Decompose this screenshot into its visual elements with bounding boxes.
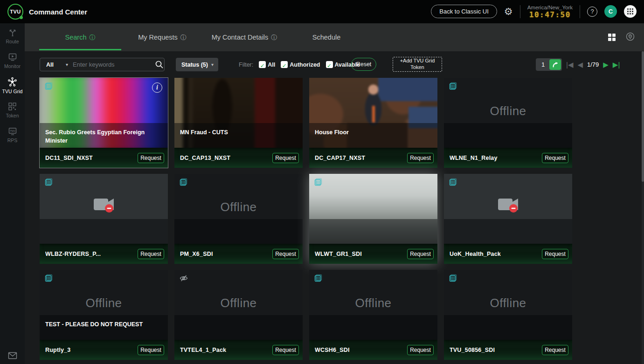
offline-label: Offline bbox=[444, 104, 572, 118]
scrollbar[interactable] bbox=[642, 51, 644, 364]
source-card[interactable]: UoK_Health_Pack Request bbox=[444, 174, 572, 264]
info-icon[interactable]: ⓘ bbox=[89, 34, 95, 41]
search-box: All ▾ bbox=[40, 58, 165, 71]
add-tvu-grid-token-button[interactable]: +Add TVU Grid Token bbox=[393, 57, 442, 72]
page-input-box[interactable]: 1 bbox=[536, 58, 562, 71]
checkbox-checked-icon[interactable] bbox=[281, 61, 288, 68]
caption-band bbox=[444, 219, 572, 244]
info-icon[interactable] bbox=[152, 82, 162, 93]
source-card[interactable]: Offline bbox=[174, 270, 303, 360]
card-footer: Ruptly_3 Request bbox=[40, 340, 168, 360]
request-button[interactable]: Request bbox=[272, 345, 299, 355]
mail-icon[interactable] bbox=[0, 352, 25, 359]
request-button[interactable]: Request bbox=[138, 249, 164, 259]
sidebar-item-tvu-grid[interactable]: TVU Grid bbox=[0, 73, 25, 98]
caption-band bbox=[309, 219, 437, 244]
chevron-down-icon: ▾ bbox=[211, 62, 214, 67]
gear-icon[interactable]: ⚙ bbox=[504, 7, 513, 16]
sidebar-item-token[interactable]: Token bbox=[0, 98, 25, 122]
sidebar-item-route[interactable]: Route bbox=[0, 23, 25, 48]
card-title: DC_CAP13_NXST bbox=[180, 155, 272, 161]
card-caption: House Floor bbox=[315, 129, 349, 136]
keywords-input[interactable] bbox=[73, 61, 155, 68]
source-card[interactable]: Offline bbox=[444, 78, 572, 168]
help-icon[interactable]: ? bbox=[587, 7, 597, 17]
caption-band: TEST - PLEASE DO NOT REQUEST bbox=[40, 315, 168, 340]
sidebar-item-monitor[interactable]: Monitor bbox=[0, 48, 25, 73]
tab-my-contact-details[interactable]: My Contact Detailsⓘ bbox=[203, 23, 285, 51]
next-page-icon[interactable]: ▶ bbox=[603, 61, 609, 68]
card-thumbnail: Offline bbox=[174, 270, 303, 340]
request-button[interactable]: Request bbox=[407, 153, 434, 163]
source-card[interactable]: Sec. Rubio Greets Egyptian Foreign Minis… bbox=[40, 78, 168, 168]
card-footer: DC11_SDI_NXST Request bbox=[40, 148, 168, 168]
caption-band bbox=[444, 123, 572, 148]
chevron-down-icon: ▾ bbox=[66, 62, 68, 67]
source-card[interactable]: Offline bbox=[309, 270, 437, 360]
grid-view-icon[interactable] bbox=[608, 34, 616, 41]
request-button[interactable]: Request bbox=[407, 249, 434, 259]
card-title: TVU_50856_SDI bbox=[450, 347, 542, 353]
user-avatar[interactable]: C bbox=[604, 5, 617, 18]
card-title: WLBZ-RYDERS_P... bbox=[45, 251, 138, 257]
timezone-clock: America/New_York 10:47:50 bbox=[527, 5, 573, 19]
card-thumbnail: MN Fraud - CUTS bbox=[174, 78, 303, 148]
timezone-label: America/New_York bbox=[527, 5, 573, 11]
source-card[interactable]: House Floor bbox=[309, 78, 437, 168]
info-icon[interactable]: ⓘ bbox=[271, 34, 277, 41]
tab-schedule[interactable]: Schedule bbox=[285, 23, 367, 51]
request-button[interactable]: Request bbox=[542, 153, 568, 163]
card-title: WCSH6_SDI bbox=[315, 347, 407, 353]
map-view-icon[interactable] bbox=[626, 32, 635, 43]
request-button[interactable]: Request bbox=[542, 249, 568, 259]
info-icon[interactable]: ⓘ bbox=[180, 34, 187, 41]
status-dropdown[interactable]: Status (5) ▾ bbox=[176, 58, 218, 71]
grid-source-icon bbox=[44, 82, 53, 92]
search-icon[interactable] bbox=[155, 60, 164, 69]
card-thumbnail: Sec. Rubio Greets Egyptian Foreign Minis… bbox=[40, 78, 168, 148]
checkbox-all[interactable]: All bbox=[259, 61, 275, 68]
source-card[interactable]: Offline bbox=[174, 174, 303, 264]
checkbox-checked-icon[interactable] bbox=[259, 61, 266, 68]
source-card[interactable]: MN Fraud - CUTS bbox=[174, 78, 303, 168]
caption-band bbox=[444, 315, 572, 340]
card-footer: WCSH6_SDI Request bbox=[309, 340, 437, 360]
svg-text:TVU: TVU bbox=[10, 130, 15, 132]
source-card[interactable]: WLWT_GR1_SDI Request bbox=[309, 174, 437, 264]
card-title: DC11_SDI_NXST bbox=[45, 155, 138, 161]
scrollbar-thumb[interactable] bbox=[642, 51, 644, 182]
category-dropdown[interactable]: All ▾ bbox=[40, 62, 73, 68]
page-number-input[interactable]: 1 bbox=[537, 61, 549, 68]
card-footer: TVTEL4_1_Pack Request bbox=[174, 340, 303, 360]
checkbox-checked-icon[interactable] bbox=[326, 61, 333, 68]
grid-source-icon bbox=[449, 178, 457, 188]
card-footer: WLWT_GR1_SDI Request bbox=[309, 244, 437, 264]
card-caption: Sec. Rubio Greets Egyptian Foreign Minis… bbox=[45, 129, 145, 144]
tab-my-requests[interactable]: My Requestsⓘ bbox=[121, 23, 203, 51]
grid-source-icon bbox=[179, 178, 188, 188]
card-title: WLWT_GR1_SDI bbox=[315, 251, 407, 257]
checkbox-authorized[interactable]: Authorized bbox=[281, 61, 320, 68]
request-button[interactable]: Request bbox=[542, 345, 568, 355]
divider bbox=[580, 5, 580, 18]
last-page-icon[interactable]: ▶| bbox=[613, 61, 620, 68]
request-button[interactable]: Request bbox=[272, 249, 299, 259]
source-card[interactable]: Offline TEST - PLEASE DO NOT REQUEST bbox=[40, 270, 168, 360]
first-page-icon[interactable]: |◀ bbox=[566, 61, 573, 68]
apps-grid-icon[interactable] bbox=[624, 5, 637, 18]
request-button[interactable]: Request bbox=[138, 153, 164, 163]
card-footer: PM_X6_SDI Request bbox=[174, 244, 303, 264]
reset-button[interactable]: Reset bbox=[351, 58, 376, 71]
sidebar-item-rps[interactable]: TVU RPS bbox=[0, 122, 25, 147]
tab-search[interactable]: Searchⓘ bbox=[39, 23, 121, 51]
source-card[interactable]: Offline bbox=[444, 270, 572, 360]
monitor-icon bbox=[8, 52, 17, 62]
camera-off-icon bbox=[40, 195, 168, 214]
previous-page-icon[interactable]: ◀ bbox=[577, 61, 583, 68]
go-to-page-button[interactable] bbox=[549, 59, 561, 70]
back-to-classic-button[interactable]: Back to Classic UI bbox=[431, 5, 497, 18]
request-button[interactable]: Request bbox=[138, 345, 164, 355]
source-card[interactable]: WLBZ-RYDERS_P... Request bbox=[40, 174, 168, 264]
request-button[interactable]: Request bbox=[272, 153, 299, 163]
request-button[interactable]: Request bbox=[407, 345, 434, 355]
